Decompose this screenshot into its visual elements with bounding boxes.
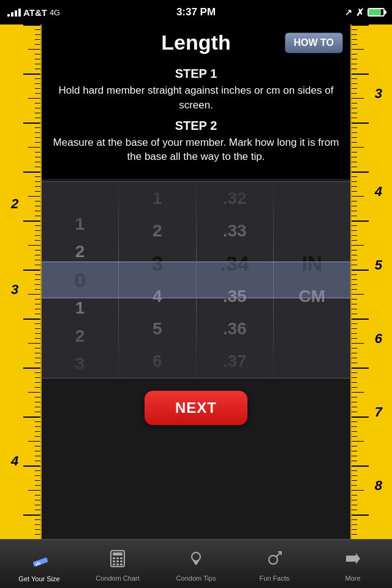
picker-cell: 4 (119, 280, 195, 312)
picker-container[interactable]: 1 2 0 1 2 3 1 2 3 4 5 6 (42, 181, 350, 379)
picker-cell (274, 182, 350, 214)
male-icon (265, 549, 284, 572)
picker-cell: 1 (42, 294, 118, 322)
picker-cell: .35 (197, 280, 273, 312)
ruler-num-2: 2 (11, 196, 18, 212)
tab-condom-tips[interactable]: Condom Tips (157, 540, 235, 588)
picker-col-4[interactable]: IN CM (274, 182, 350, 378)
bluetooth-icon: ✗ (356, 7, 364, 18)
picker-cell: CM (274, 280, 350, 312)
tab-more-label: More (345, 575, 360, 582)
picker-cell-selected: .34 (197, 247, 273, 280)
header: Length HOW TO (42, 24, 350, 62)
carrier-label: AT&T (23, 7, 47, 18)
tab-bar: Get Your Size Condom Chart (0, 539, 392, 588)
picker-col-3[interactable]: .32 .33 .34 .35 .36 .37 (197, 182, 273, 378)
svg-rect-13 (116, 564, 119, 565)
picker-cell: 6 (119, 345, 195, 378)
picker-col-2[interactable]: 1 2 3 4 5 6 (119, 182, 195, 378)
ruler-left: 2 3 4 (function(){ const ruler = documen… (0, 24, 42, 564)
ruler-num-r5: 5 (375, 257, 382, 273)
tab-condom-chart-label: Condom Chart (96, 575, 140, 582)
picker-cell: 3 (42, 350, 118, 379)
picker-cell: 2 (119, 215, 195, 247)
lightbulb-icon (187, 549, 205, 572)
status-bar: AT&T 4G 3:37 PM ↗ ✗ (0, 0, 392, 24)
tab-more[interactable]: More (314, 540, 392, 588)
how-to-button[interactable]: HOW TO (285, 32, 343, 53)
picker-columns: 1 2 0 1 2 3 1 2 3 4 5 6 (42, 182, 350, 378)
picker-cell: 2 (42, 238, 118, 266)
tab-get-your-size-label: Get Your Size (18, 575, 59, 582)
svg-rect-12 (113, 564, 115, 565)
svg-rect-16 (194, 562, 198, 564)
ruler-num-4: 4 (11, 453, 18, 469)
picker-col-1[interactable]: 1 2 0 1 2 3 (42, 182, 118, 378)
network-label: 4G (50, 8, 60, 17)
picker-cell: 1 (119, 182, 195, 214)
svg-rect-8 (120, 557, 123, 559)
page-title: Length (147, 31, 245, 55)
svg-line-19 (276, 552, 281, 557)
location-icon: ↗ (345, 7, 352, 17)
picker-cell (42, 182, 118, 210)
step2-text: Measure at the base of your member. Mark… (53, 135, 339, 165)
step2-title: STEP 2 (53, 119, 339, 133)
picker-cell (274, 215, 350, 247)
ruler-num-r3: 3 (375, 86, 382, 102)
svg-rect-5 (113, 552, 123, 556)
ruler-num-r4: 4 (375, 184, 382, 200)
tab-condom-chart[interactable]: Condom Chart (78, 540, 157, 588)
picker-cell: 2 (42, 322, 118, 350)
picker-cell: 1 (42, 210, 118, 238)
calculator-icon (108, 549, 127, 572)
ruler-num-r8: 8 (375, 478, 382, 494)
svg-rect-0 (32, 557, 48, 567)
battery-icon (368, 8, 385, 17)
status-right: ↗ ✗ (345, 7, 385, 18)
svg-rect-7 (116, 557, 119, 559)
tab-get-your-size[interactable]: Get Your Size (0, 540, 78, 588)
next-button[interactable]: NEXT (145, 391, 247, 425)
picker-cell: .37 (197, 345, 273, 378)
status-left: AT&T 4G (7, 7, 60, 18)
picker-cell (274, 313, 350, 345)
picker-cell (274, 345, 350, 378)
ruler-num-3: 3 (11, 282, 18, 298)
svg-rect-9 (113, 560, 115, 562)
more-arrow-icon (344, 549, 362, 572)
center-content: Length HOW TO STEP 1 Hold hard member st… (42, 24, 350, 564)
svg-marker-20 (346, 553, 360, 564)
picker-cell: .32 (197, 182, 273, 214)
svg-rect-17 (195, 564, 197, 565)
picker-cell-selected: 0 (42, 266, 118, 294)
svg-rect-11 (120, 560, 123, 562)
step1-title: STEP 1 (53, 67, 339, 81)
signal-bars-icon (7, 9, 21, 17)
step1-text: Hold hard member straight against inches… (53, 83, 339, 113)
picker-cell-selected: IN (274, 247, 350, 280)
tab-condom-tips-label: Condom Tips (176, 575, 216, 582)
ruler-icon (29, 549, 49, 573)
ruler-num-r7: 7 (375, 404, 382, 420)
instructions: STEP 1 Hold hard member straight against… (42, 62, 350, 179)
svg-rect-10 (116, 560, 119, 562)
picker-cell: .36 (197, 313, 273, 345)
tab-fun-facts[interactable]: Fun Facts (235, 540, 314, 588)
tab-fun-facts-label: Fun Facts (260, 575, 290, 582)
ruler-num-r6: 6 (375, 331, 382, 347)
svg-rect-14 (120, 564, 123, 565)
main-wrapper: 2 3 4 (function(){ const ruler = documen… (0, 24, 392, 564)
svg-rect-6 (113, 557, 115, 559)
svg-point-15 (192, 552, 200, 561)
time-label: 3:37 PM (176, 6, 216, 18)
picker-cell-selected: 3 (119, 247, 195, 280)
ruler-right: 3 4 5 6 7 8 (function(){ const ruler = d… (350, 24, 392, 564)
svg-point-18 (269, 556, 277, 564)
picker-cell: 5 (119, 313, 195, 345)
picker-cell: .33 (197, 215, 273, 247)
